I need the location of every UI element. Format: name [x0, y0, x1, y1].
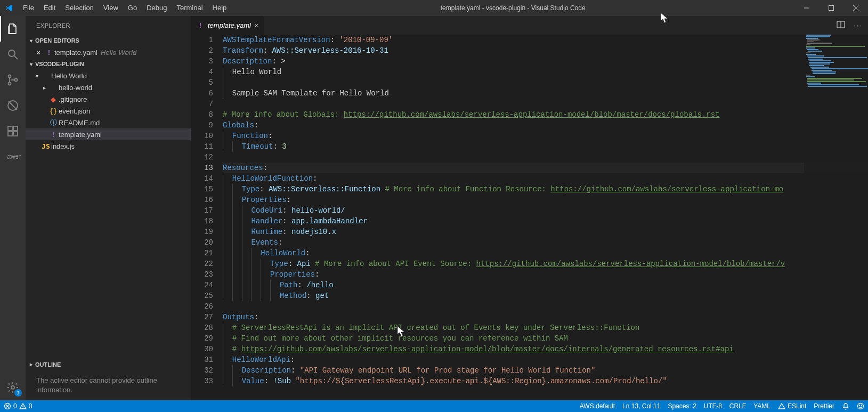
file-tree-item[interactable]: ◆.gitignore: [26, 93, 191, 105]
svg-point-23: [858, 403, 864, 409]
code-line[interactable]: # https://github.com/awslabs/serverless-…: [223, 344, 868, 354]
info-file-icon: ⓘ: [48, 118, 59, 127]
status-language[interactable]: YAML: [750, 400, 774, 412]
code-line[interactable]: AWSTemplateFormatVersion: '2010-09-09': [223, 35, 868, 45]
menu-edit[interactable]: Edit: [39, 0, 60, 16]
status-notifications-icon[interactable]: [838, 400, 853, 412]
menu-help[interactable]: Help: [208, 0, 232, 16]
status-problems[interactable]: 0 0: [0, 400, 36, 412]
svg-point-15: [11, 386, 14, 389]
code-line[interactable]: CodeUri: hello-world/: [223, 205, 868, 216]
file-tree-item[interactable]: ▾Hello World: [26, 70, 191, 82]
line-number-gutter: 1234567891011121314151617181920212223242…: [191, 35, 223, 400]
code-line[interactable]: HelloWorldFunction:: [223, 173, 868, 184]
svg-rect-11: [8, 126, 12, 131]
code-line[interactable]: Type: Api # More info about API Event So…: [223, 258, 868, 269]
menu-bar: FileEditSelectionViewGoDebugTerminalHelp: [18, 0, 231, 16]
menu-view[interactable]: View: [99, 0, 123, 16]
code-line[interactable]: Description: "API Gateway endpoint URL f…: [223, 365, 868, 376]
activity-search[interactable]: [0, 42, 26, 67]
svg-rect-1: [829, 6, 834, 11]
close-editor-icon[interactable]: ×: [33, 49, 44, 56]
code-line[interactable]: [223, 301, 868, 312]
code-line[interactable]: Properties:: [223, 195, 868, 205]
code-line[interactable]: [223, 77, 868, 88]
file-tree-item[interactable]: ⓘREADME.md: [26, 117, 191, 128]
code-line[interactable]: Hello World: [223, 67, 868, 77]
code-line[interactable]: Runtime: nodejs10.x: [223, 227, 868, 237]
maximize-button[interactable]: [819, 0, 843, 16]
code-line[interactable]: [223, 99, 868, 109]
folder-header[interactable]: ▾ VSCODE-PLUGIN: [26, 58, 191, 70]
status-eol[interactable]: CRLF: [726, 400, 750, 412]
editor-tab[interactable]: ! template.yaml ×: [191, 16, 264, 35]
code-line[interactable]: Handler: app.lambdaHandler: [223, 216, 868, 227]
close-button[interactable]: [843, 0, 868, 16]
file-tree-item[interactable]: ▸hello-world: [26, 82, 191, 93]
code-line[interactable]: Description: >: [223, 56, 868, 67]
open-editors-header[interactable]: ▾ OPEN EDITORS: [26, 35, 191, 46]
chevron-down-icon: ▾: [33, 73, 40, 79]
status-bar: 0 0 AWS:default Ln 13, Col 11 Spaces: 2 …: [0, 400, 868, 412]
activity-explorer[interactable]: [0, 16, 26, 42]
code-line[interactable]: Transform: AWS::Serverless-2016-10-31: [223, 45, 868, 56]
activity-extensions[interactable]: [0, 118, 26, 144]
code-line[interactable]: HelloWorldApi:: [223, 354, 868, 365]
menu-debug[interactable]: Debug: [142, 0, 172, 16]
code-line[interactable]: Events:: [223, 237, 868, 248]
file-tree-item[interactable]: !template.yaml: [26, 128, 191, 140]
code-line[interactable]: # Find out more about other implicit res…: [223, 333, 868, 344]
status-feedback-icon[interactable]: [853, 400, 868, 412]
status-prettier[interactable]: Prettier: [810, 400, 838, 412]
code-line[interactable]: Type: AWS::Serverless::Function # More i…: [223, 184, 868, 195]
activity-aws[interactable]: aws: [0, 144, 26, 169]
tab-label: template.yaml: [208, 21, 251, 29]
yaml-file-icon: !: [196, 21, 205, 29]
editor-body[interactable]: 1234567891011121314151617181920212223242…: [191, 35, 868, 400]
svg-rect-12: [13, 126, 18, 131]
code-line[interactable]: [223, 152, 868, 163]
status-eslint[interactable]: ESLint: [774, 400, 810, 412]
code-line[interactable]: Globals:: [223, 120, 868, 131]
code-line[interactable]: # ServerlessRestApi is an implicit API c…: [223, 322, 868, 333]
open-editors-tree: ×!template.yamlHello World: [26, 46, 191, 58]
split-editor-icon[interactable]: [837, 20, 845, 30]
js-file-icon: JS: [40, 142, 51, 150]
editor-area: ! template.yaml × ··· 123456789101112131…: [191, 16, 868, 400]
menu-selection[interactable]: Selection: [60, 0, 98, 16]
activity-debug[interactable]: [0, 93, 26, 118]
minimap[interactable]: [804, 35, 868, 400]
code-line[interactable]: Function:: [223, 131, 868, 141]
status-spaces[interactable]: Spaces: 2: [664, 400, 700, 412]
activity-settings[interactable]: 1: [0, 375, 26, 400]
activity-source-control[interactable]: [0, 67, 26, 93]
code-line[interactable]: Method: get: [223, 290, 868, 301]
more-actions-icon[interactable]: ···: [854, 21, 863, 29]
code-content[interactable]: AWSTemplateFormatVersion: '2010-09-09'Tr…: [223, 35, 868, 400]
code-line[interactable]: HelloWorld:: [223, 248, 868, 258]
code-line[interactable]: Value: !Sub "https://${ServerlessRestApi…: [223, 376, 868, 386]
sidebar: EXPLORER ▾ OPEN EDITORS ×!template.yamlH…: [26, 16, 191, 400]
status-position[interactable]: Ln 13, Col 11: [619, 400, 664, 412]
code-line[interactable]: Resources:: [223, 163, 868, 173]
status-encoding[interactable]: UTF-8: [700, 400, 726, 412]
code-line[interactable]: # More info about Globals: https://githu…: [223, 109, 868, 120]
code-line[interactable]: Sample SAM Template for Hello World: [223, 88, 868, 99]
open-editor-item[interactable]: ×!template.yamlHello World: [26, 46, 191, 58]
outline-header[interactable]: ▸ OUTLINE: [26, 359, 191, 370]
menu-go[interactable]: Go: [123, 0, 142, 16]
code-line[interactable]: Timeout: 3: [223, 141, 868, 152]
file-tree-item[interactable]: {}event.json: [26, 105, 191, 117]
menu-file[interactable]: File: [18, 0, 39, 16]
menu-terminal[interactable]: Terminal: [172, 0, 207, 16]
code-line[interactable]: Path: /hello: [223, 280, 868, 290]
status-aws[interactable]: AWS:default: [576, 400, 619, 412]
close-tab-icon[interactable]: ×: [254, 21, 258, 30]
code-line[interactable]: Outputs:: [223, 312, 868, 322]
svg-rect-14: [13, 132, 18, 136]
file-tree-item[interactable]: JSindex.js: [26, 140, 191, 152]
settings-badge: 1: [14, 389, 22, 397]
minimize-button[interactable]: [794, 0, 819, 16]
yaml-file-icon: !: [44, 49, 54, 56]
code-line[interactable]: Properties:: [223, 269, 868, 280]
